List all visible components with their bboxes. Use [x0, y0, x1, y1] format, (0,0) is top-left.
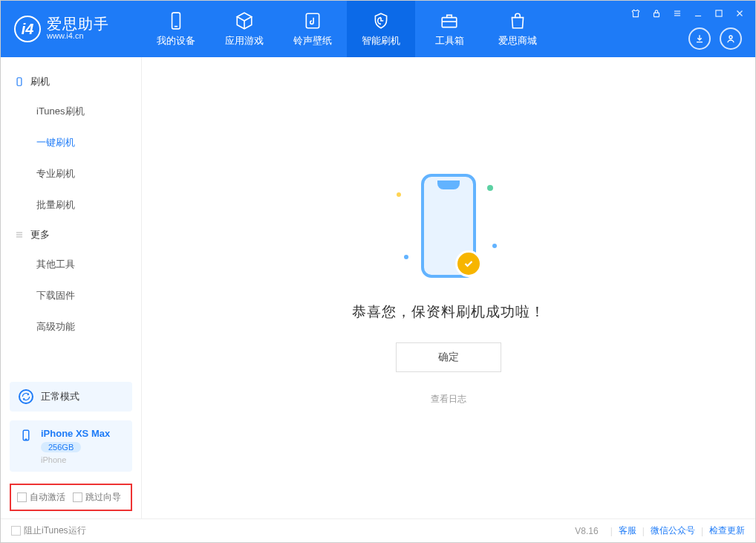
sidebar-item-itunes-flash[interactable]: iTunes刷机: [1, 96, 141, 127]
nav-my-device[interactable]: 我的设备: [142, 1, 210, 57]
success-illustration: [374, 170, 523, 282]
checkbox-block-itunes[interactable]: 阻止iTunes运行: [11, 524, 86, 537]
minimize-button[interactable]: [690, 5, 706, 22]
maximize-button[interactable]: [711, 5, 727, 22]
version-label: V8.16: [575, 526, 598, 536]
nav-label: 智能刷机: [362, 34, 400, 48]
lock-icon[interactable]: [648, 5, 665, 22]
window-controls: [628, 5, 748, 22]
music-icon: [302, 10, 323, 31]
device-name: iPhone XS Max: [41, 428, 110, 439]
svg-rect-9: [716, 10, 722, 16]
app-header: i4 爱思助手 www.i4.cn 我的设备 应用游戏 铃声壁纸 智能刷机 工具…: [1, 1, 755, 57]
status-bar: 阻止iTunes运行 V8.16 | 客服 | 微信公众号 | 检查更新: [1, 518, 755, 542]
list-icon: [14, 230, 25, 240]
logo-icon: i4: [14, 16, 41, 42]
shirt-icon[interactable]: [628, 5, 644, 22]
bag-icon: [507, 10, 528, 31]
sidebar-group-more: 更多: [1, 221, 141, 249]
nav-smart-flash[interactable]: 智能刷机: [347, 1, 415, 57]
device-capacity: 256GB: [41, 442, 81, 452]
footer-link-update[interactable]: 检查更新: [709, 524, 745, 537]
nav-store[interactable]: 爱思商城: [483, 1, 552, 57]
sidebar-item-oneclick-flash[interactable]: 一键刷机: [1, 127, 141, 158]
group-title: 更多: [30, 228, 50, 241]
nav-label: 工具箱: [435, 34, 464, 48]
main-content: 恭喜您，保资料刷机成功啦！ 确定 查看日志: [142, 57, 755, 518]
success-message: 恭喜您，保资料刷机成功啦！: [352, 302, 545, 322]
toolbox-icon: [439, 10, 460, 31]
main-nav: 我的设备 应用游戏 铃声壁纸 智能刷机 工具箱 爱思商城: [142, 1, 552, 57]
svg-rect-2: [306, 13, 319, 28]
footer-link-wechat[interactable]: 微信公众号: [651, 524, 695, 537]
group-title: 刷机: [30, 75, 50, 88]
nav-label: 铃声壁纸: [293, 34, 332, 48]
sidebar-item-pro-flash[interactable]: 专业刷机: [1, 158, 141, 189]
nav-label: 爱思商城: [498, 34, 537, 48]
sidebar: 刷机 iTunes刷机 一键刷机 专业刷机 批量刷机 更多 其他工具 下载固件 …: [1, 57, 142, 518]
download-button[interactable]: [688, 27, 711, 50]
sidebar-group-flash: 刷机: [1, 68, 141, 96]
svg-rect-13: [17, 78, 22, 86]
app-site: www.i4.cn: [47, 31, 109, 41]
nav-ringtones[interactable]: 铃声壁纸: [278, 1, 347, 57]
sidebar-item-download-firmware[interactable]: 下载固件: [1, 280, 141, 311]
mode-label: 正常模式: [41, 390, 79, 403]
ok-button[interactable]: 确定: [396, 342, 501, 372]
sync-icon: [19, 389, 33, 404]
phone-icon: [14, 77, 25, 87]
cube-icon: [234, 10, 255, 31]
nav-toolbox[interactable]: 工具箱: [415, 1, 483, 57]
svg-rect-3: [442, 18, 457, 27]
svg-point-12: [729, 36, 732, 39]
nav-apps-games[interactable]: 应用游戏: [210, 1, 278, 57]
close-button[interactable]: [731, 5, 748, 22]
device-card[interactable]: iPhone XS Max 256GB iPhone: [10, 420, 132, 472]
device-type: iPhone: [41, 455, 110, 464]
nav-label: 我的设备: [157, 34, 195, 48]
flash-options-highlighted: 自动激活 跳过向导: [10, 484, 132, 511]
user-button[interactable]: [720, 27, 742, 50]
checkbox-auto-activate[interactable]: 自动激活: [17, 491, 65, 504]
device-icon: [166, 10, 186, 31]
phone-icon: [19, 428, 33, 443]
sidebar-item-advanced[interactable]: 高级功能: [1, 311, 141, 342]
svg-rect-4: [654, 13, 659, 16]
check-badge-icon: [455, 250, 482, 277]
header-actions: [688, 27, 742, 50]
sidebar-item-batch-flash[interactable]: 批量刷机: [1, 189, 141, 221]
shield-icon: [371, 10, 391, 31]
footer-link-support[interactable]: 客服: [619, 524, 636, 537]
app-name: 爱思助手: [47, 16, 109, 31]
sidebar-item-other-tools[interactable]: 其他工具: [1, 249, 141, 280]
view-log-link[interactable]: 查看日志: [431, 393, 466, 406]
menu-icon[interactable]: [669, 5, 685, 22]
checkbox-skip-guide[interactable]: 跳过向导: [73, 491, 121, 504]
nav-label: 应用游戏: [225, 34, 264, 48]
mode-card[interactable]: 正常模式: [10, 382, 132, 412]
app-logo[interactable]: i4 爱思助手 www.i4.cn: [1, 16, 142, 42]
